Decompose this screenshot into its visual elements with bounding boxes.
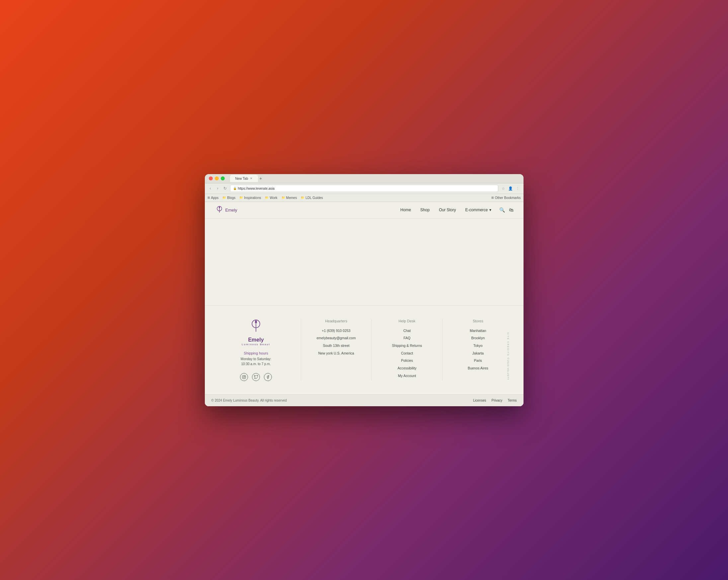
new-tab-icon[interactable]: + [259,176,262,181]
profile-icon[interactable]: 👤 [508,185,514,191]
social-icons [218,373,294,381]
bookmark-work[interactable]: 📁 Work [265,196,277,200]
browser-tab[interactable]: New Tab ✕ [230,175,258,182]
store-buenos-aires[interactable]: Buenos Aires [449,366,506,371]
footer-logo-icon [248,319,264,336]
footer-col-brand: Emely Luminous Beaut Shipping hours Mond… [215,319,301,381]
url-text: https://www.leverate.asia [238,187,275,190]
secure-icon: 🔒 [233,187,237,190]
cart-button[interactable]: 🛍 [509,207,514,213]
bookmark-apps[interactable]: ⊞ Apps [207,196,219,200]
helpdesk-chat[interactable]: Chat [379,328,436,333]
helpdesk-accessibility[interactable]: Accessibility [379,366,436,371]
bookmark-inspirations-label: Inspirations [244,196,261,200]
bookmark-grid-icon: ⊞ [207,196,210,199]
logo-text: Emely [226,208,237,213]
nav-ecommerce-label: E-commerce [465,208,488,212]
nav-ecommerce[interactable]: E-commerce ▾ [465,208,491,212]
nav-our-story[interactable]: Our Story [439,208,456,212]
svg-point-5 [243,376,245,378]
store-paris[interactable]: Paris [449,358,506,363]
menu-icon[interactable]: ⋮ [515,185,521,191]
store-tokyo[interactable]: Tokyo [449,343,506,348]
hq-links: +1 (639) 910 0253 emelybeauty@gmail.com … [308,328,365,356]
bookmark-blogs[interactable]: 📁 Blogs [223,196,235,200]
back-button[interactable]: ‹ [207,185,213,191]
tab-label: New Tab [235,177,248,181]
address-actions: ☆ 👤 ⋮ [500,185,521,191]
shipping-title: Shipping hours [218,351,294,355]
store-brooklyn[interactable]: Brooklyn [449,336,506,340]
helpdesk-links: Chat FAQ Shipping & Returns Contact Poli… [379,328,436,378]
bookmark-folder2-icon: 📁 [239,196,243,199]
instagram-icon[interactable] [240,373,248,381]
store-manhattan[interactable]: Manhattan [449,328,506,333]
website-content: Emely Home Shop Our Story E-commerce ▾ 🔍… [205,202,523,406]
search-button[interactable]: 🔍 [499,207,505,213]
bookmark-apps-label: Apps [211,196,219,200]
nav-links: Home Shop Our Story E-commerce ▾ [400,208,491,212]
close-button[interactable] [209,176,213,181]
site-nav: Emely Home Shop Our Story E-commerce ▾ 🔍… [205,202,523,219]
bookmark-ldl[interactable]: 📁 LDL Guides [301,196,323,200]
traffic-lights [209,176,225,181]
maximize-button[interactable] [221,176,225,181]
helpdesk-contact[interactable]: Contact [379,351,436,356]
bookmark-memes[interactable]: 📁 Memes [282,196,297,200]
footer-main: Emely Luminous Beaut Shipping hours Mond… [205,306,523,394]
bookmark-blogs-label: Blogs [227,196,235,200]
url-bar[interactable]: 🔒 https://www.leverate.asia [230,185,498,192]
main-content [205,219,523,305]
helpdesk-faq[interactable]: FAQ [379,336,436,340]
site-logo[interactable]: Emely [215,205,237,215]
footer-col-helpdesk: Help Desk Chat FAQ Shipping & Returns Co… [372,319,443,381]
licenses-link[interactable]: Licenses [473,398,486,402]
nav-home[interactable]: Home [400,208,411,212]
bookmarks-bar: ⊞ Apps 📁 Blogs 📁 Inspirations 📁 Work 📁 M… [205,194,523,202]
shipping-line1: Monday to Saturday: [241,357,271,361]
nav-shop[interactable]: Shop [420,208,430,212]
store-jakarta[interactable]: Jakarta [449,351,506,356]
helpdesk-my-account[interactable]: My Account [379,374,436,378]
bookmark-ldl-label: LDL Guides [305,196,323,200]
minimize-button[interactable] [215,176,219,181]
footer-logo: Emely Luminous Beaut [218,319,294,346]
footer-legal-links: Licenses Privacy Terms [473,398,517,402]
footer-logo-text: Emely [248,337,264,343]
nav-actions: 🔍 🛍 [499,207,514,213]
hq-city: New york U.S. America [308,351,365,356]
svg-point-6 [245,376,245,376]
title-bar: New Tab ✕ + [205,174,523,184]
stores-links: Manhattan Brooklyn Tokyo Jakarta Paris B… [449,328,506,371]
hq-title: Headquarters [308,319,365,323]
bookmark-folder3-icon: 📁 [265,196,268,199]
bookmark-other-icon: ⊞ [491,196,494,199]
tab-close-icon[interactable]: ✕ [250,177,253,180]
bookmark-other[interactable]: ⊞ Other Bookmarks [491,196,521,200]
hq-email[interactable]: emelybeauty@gmail.com [308,336,365,340]
copyright-text: © 2024 Emely Luminous Beauty. All rights… [211,398,287,402]
bookmark-folder5-icon: 📁 [301,196,305,199]
bookmark-other-label: Other Bookmarks [495,196,521,200]
helpdesk-policies[interactable]: Policies [379,358,436,363]
twitter-icon[interactable] [252,373,260,381]
refresh-button[interactable]: ↻ [222,185,228,191]
forward-button[interactable]: › [215,185,221,191]
privacy-link[interactable]: Privacy [491,398,502,402]
hq-phone[interactable]: +1 (639) 910 0253 [308,328,365,333]
footer-col-hq: Headquarters +1 (639) 910 0253 emelybeau… [301,319,372,381]
bookmark-inspirations[interactable]: 📁 Inspirations [239,196,261,200]
helpdesk-shipping[interactable]: Shipping & Returns [379,343,436,348]
footer-col-stores: Stores Manhattan Brooklyn Tokyo Jakarta … [443,319,513,381]
stores-title: Stores [449,319,506,323]
facebook-icon[interactable] [264,373,272,381]
terms-link[interactable]: Terms [508,398,517,402]
hq-address: South 13th street [308,343,365,348]
footer-logo-sub: Luminous Beaut [242,343,270,346]
copyright-year-label: ©2023 VELVETY [507,358,509,380]
bookmark-folder4-icon: 📁 [282,196,285,199]
bookmark-memes-label: Memes [286,196,297,200]
bookmark-work-label: Work [269,196,277,200]
star-icon[interactable]: ☆ [500,185,506,191]
site-credits-label: SITE CREDITS [507,332,509,356]
